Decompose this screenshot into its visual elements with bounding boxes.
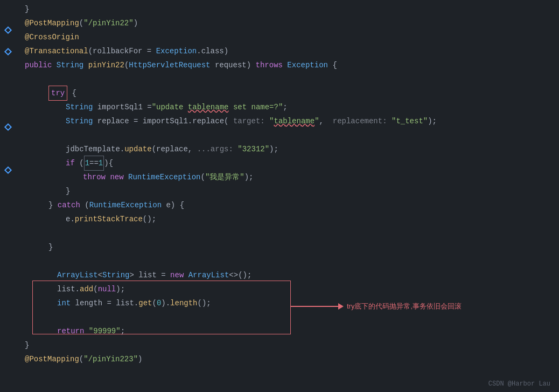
arrow-line <box>291 306 339 307</box>
code-line-24: return "99999"; <box>16 324 559 338</box>
editor-container: } @PostMapping("/pinYin22") @CrossOrigin… <box>0 0 559 392</box>
code-line-26: @PostMapping("/pinYin223") <box>16 352 559 366</box>
code-line-11: jdbcTemplate.update(replace, ...args: "3… <box>16 142 559 156</box>
gutter-icon-20 <box>4 219 12 229</box>
gutter-icon-25 <box>4 272 12 283</box>
gutter-icon-7 <box>4 79 12 89</box>
code-line-20: ArrayList<String> list = new ArrayList<>… <box>16 268 559 282</box>
gutter-icon-17 <box>4 186 12 197</box>
left-gutter <box>0 0 16 392</box>
code-line-18: } <box>16 240 559 254</box>
gutter-icon-14 <box>4 154 12 165</box>
code-line-21: list.add(null); <box>16 282 559 296</box>
code-line-15: } catch (RuntimeException e) { <box>16 198 559 212</box>
gutter-icon-18 <box>4 197 12 208</box>
code-area: } @PostMapping("/pinYin22") @CrossOrigin… <box>16 0 559 392</box>
gutter-icon-26 <box>4 283 12 294</box>
gutter-icon-22 <box>4 240 12 251</box>
code-line-8: String importSql1 ="update tablename set… <box>16 100 559 114</box>
code-line-5: public String pinYin22(HttpServletReques… <box>16 58 559 72</box>
annotation-text: try底下的代码抛异常,事务依旧会回滚 <box>347 302 462 311</box>
gutter-icon-16 <box>4 176 12 186</box>
gutter-icon-19 <box>4 208 12 219</box>
gutter-icon-13 <box>4 143 12 154</box>
code-line-2: @PostMapping("/pinYin22") <box>16 16 559 30</box>
code-line-22: int length = list.get(0).length(); <box>16 296 559 310</box>
gutter-icon-8 <box>4 89 12 100</box>
code-line-25: } <box>16 338 559 352</box>
code-line-3: @CrossOrigin <box>16 30 559 44</box>
code-line-14: } <box>16 184 559 198</box>
gutter-icon-9 <box>4 100 12 111</box>
code-line-19 <box>16 254 559 268</box>
gutter-icon-21 <box>4 229 12 240</box>
gutter-icon-6 <box>4 68 12 79</box>
gutter-icon-10 <box>4 111 12 122</box>
gutter-icon-1 <box>4 14 12 25</box>
code-line-4: @Transactional(rollbackFor = Exception.c… <box>16 44 559 58</box>
gutter-icon-12 <box>4 132 12 143</box>
code-line-7: try { <box>16 86 559 100</box>
code-line-17 <box>16 226 559 240</box>
code-line-12: if (1==1){ <box>16 156 559 170</box>
gutter-icon-15 <box>4 165 12 176</box>
gutter-icon-24 <box>4 262 12 272</box>
gutter-icon-27 <box>4 294 12 305</box>
code-line-10 <box>16 128 559 142</box>
code-line-23 <box>16 310 559 324</box>
gutter-icon-2 <box>4 25 12 36</box>
gutter-icon-23 <box>4 251 12 262</box>
watermark: CSDN @Harbor Lau <box>488 380 550 388</box>
code-line-13: throw new RuntimeException("我是异常"); <box>16 170 559 184</box>
code-line-9: String replace = importSql1.replace( tar… <box>16 114 559 128</box>
annotation-arrow: try底下的代码抛异常,事务依旧会回滚 <box>291 302 462 311</box>
code-line-1: } <box>16 2 559 16</box>
gutter-icon-3 <box>4 36 12 46</box>
code-line-6 <box>16 72 559 86</box>
gutter-icon-5 <box>4 57 12 68</box>
gutter-icon-4 <box>4 46 12 57</box>
gutter-icon-11 <box>4 122 12 132</box>
code-line-16: e.printStackTrace(); <box>16 212 559 226</box>
